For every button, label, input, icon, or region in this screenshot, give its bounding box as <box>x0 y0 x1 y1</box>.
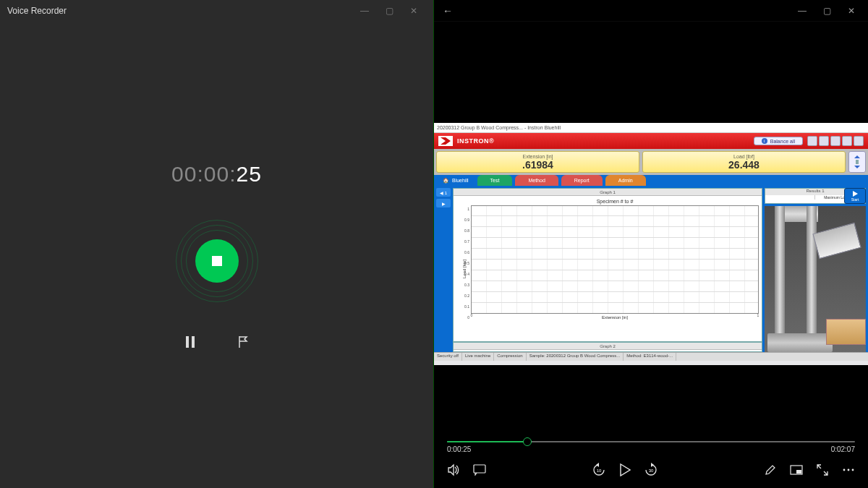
instron-right-column: Results 1 Maximum Load [lbf] <box>765 188 866 352</box>
maximize-button[interactable]: ▢ <box>377 6 401 16</box>
subtitles-button[interactable] <box>470 461 489 479</box>
graph-1-panel: Graph 1 Specimen # to # Load [kip] 0 1 1… <box>453 188 762 342</box>
minimize-button[interactable]: — <box>352 6 377 16</box>
graph-2-header: Graph 2 <box>454 343 762 350</box>
svg-text:30: 30 <box>649 468 654 473</box>
load-value: 26.448 <box>728 159 760 171</box>
chart-ytick: 0.1 <box>464 304 469 309</box>
back-button[interactable]: ← <box>438 5 457 17</box>
tab-admin[interactable]: Admin <box>605 175 646 186</box>
graph-2-panel: Graph 2 <box>453 342 762 352</box>
skip-fwd-30-icon: 30 <box>644 463 658 477</box>
minimize-button[interactable]: — <box>790 6 814 16</box>
results-col-blank <box>765 195 815 200</box>
tab-report-label: Report <box>574 178 590 183</box>
toolbar-icon[interactable] <box>854 136 864 146</box>
jog-control-icon[interactable] <box>848 151 866 173</box>
skip-back-button[interactable]: 10 <box>590 461 608 479</box>
status-method: Method: E3114-wood-... <box>624 353 676 361</box>
mini-view-button[interactable] <box>787 461 806 479</box>
toolbar-icon[interactable] <box>842 136 852 146</box>
stop-recording-button[interactable] <box>186 230 248 292</box>
timer-prefix: 00:00: <box>171 162 236 186</box>
more-icon <box>842 468 855 472</box>
maximize-button[interactable]: ▢ <box>814 6 839 16</box>
instron-tabs: 🏠 Bluehill Test Method Report Admin <box>434 175 868 186</box>
prev-specimen-button[interactable]: ◀ 1 <box>436 188 451 197</box>
chart-ytick: 0.2 <box>464 294 469 298</box>
chart-xtick: 1 <box>757 313 760 317</box>
machine-column-icon <box>775 206 785 352</box>
close-button[interactable]: ✕ <box>839 6 864 16</box>
subtitles-icon <box>473 464 486 476</box>
video-player-titlebar: ← — ▢ ✕ <box>434 0 868 22</box>
chart-xtick: 0 <box>471 313 473 317</box>
info-icon: i <box>762 138 767 144</box>
start-label: Start <box>851 197 859 202</box>
instron-graph-column: Graph 1 Specimen # to # Load [kip] 0 1 1… <box>453 188 762 352</box>
svg-point-8 <box>843 469 846 471</box>
instron-toolbar-icons <box>807 136 864 146</box>
tab-bluehill-label: Bluehill <box>452 178 469 183</box>
balance-all-label: Balance all <box>770 139 795 144</box>
video-letterbox-top <box>434 22 868 123</box>
tab-bluehill[interactable]: 🏠 Bluehill <box>437 175 475 186</box>
chart-title: Specimen # to # <box>471 199 759 204</box>
extension-readout: Extension [in] .61984 <box>436 151 639 173</box>
fullscreen-button[interactable] <box>813 461 832 479</box>
seek-thumb-icon[interactable] <box>523 437 532 446</box>
transport-controls: 10 30 <box>434 453 868 488</box>
status-security: Security off <box>434 353 462 361</box>
load-readout: Load [lbf] 26.448 <box>642 151 846 173</box>
total-duration: 0:02:07 <box>831 445 855 453</box>
skip-back-10-icon: 10 <box>592 463 606 477</box>
voice-recorder-body: 00:00:25 <box>0 22 433 488</box>
toolbar-icon[interactable] <box>807 136 817 146</box>
pencil-icon <box>765 464 776 476</box>
video-frame[interactable]: ‹ › 20200312 Group B Wood Compress... - … <box>434 123 868 365</box>
chart-ytick: 0 <box>467 315 469 320</box>
graph-1-header: Graph 1 <box>454 189 762 196</box>
seek-track <box>447 441 855 442</box>
tab-method[interactable]: Method <box>515 175 558 186</box>
play-icon <box>853 191 858 197</box>
more-button[interactable] <box>839 461 858 479</box>
video-player-window: ← — ▢ ✕ ‹ › 20200312 Group B Wood Compre… <box>434 0 868 488</box>
instron-specimen-toolbar: ◀ 1 ▶ <box>436 188 451 352</box>
tab-test[interactable]: Test <box>477 175 513 186</box>
instron-window-titlebar: 20200312 Group B Wood Compress... - Inst… <box>434 123 868 133</box>
toolbar-icon[interactable] <box>819 136 829 146</box>
volume-button[interactable] <box>444 461 463 479</box>
svg-rect-3 <box>474 465 485 473</box>
skip-forward-button[interactable]: 30 <box>642 461 660 479</box>
seek-bar[interactable] <box>434 441 868 442</box>
tab-report[interactable]: Report <box>561 175 603 186</box>
start-test-button[interactable]: Start <box>844 188 866 204</box>
toolbar-icon[interactable] <box>830 136 841 146</box>
time-display: 0:00:25 0:02:07 <box>434 442 868 453</box>
edit-button[interactable] <box>761 461 780 479</box>
next-specimen-button[interactable]: ▶ <box>436 199 451 207</box>
recorder-secondary-controls <box>184 335 250 348</box>
instron-brand-bar: INSTRON® i Balance all <box>434 133 868 149</box>
close-button[interactable]: ✕ <box>401 6 426 16</box>
voice-recorder-title: Voice Recorder <box>7 6 352 16</box>
flag-marker-button[interactable] <box>237 335 250 348</box>
tab-method-label: Method <box>528 178 545 183</box>
play-button[interactable] <box>616 461 634 479</box>
instron-logo-icon <box>438 136 453 146</box>
extension-value: .61984 <box>522 159 553 171</box>
speaker-icon <box>447 463 460 476</box>
chart-xlabel: Extension [in] <box>471 315 759 320</box>
machine-column-icon <box>807 206 817 352</box>
voice-recorder-window: Voice Recorder — ▢ ✕ 00:00:25 <box>0 0 434 488</box>
svg-rect-1 <box>192 336 195 348</box>
balance-all-button[interactable]: i Balance all <box>754 137 803 145</box>
instron-window-title: 20200312 Group B Wood Compress... - Inst… <box>437 125 561 130</box>
status-machine: Live machine <box>462 353 494 361</box>
svg-text:10: 10 <box>597 468 602 473</box>
pause-button[interactable] <box>184 335 197 348</box>
pulse-ring-icon <box>186 230 248 292</box>
voice-recorder-titlebar: Voice Recorder — ▢ ✕ <box>0 0 433 22</box>
fullscreen-icon <box>817 464 828 476</box>
